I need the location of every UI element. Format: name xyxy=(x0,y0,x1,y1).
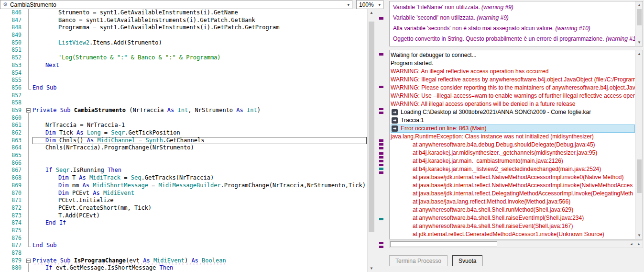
scrollbar-thumb[interactable] xyxy=(637,9,642,25)
scroll-down-icon[interactable]: ▼ xyxy=(636,39,643,46)
code-line[interactable]: 856End Sub xyxy=(0,84,367,92)
log-line[interactable]: Program started. xyxy=(391,59,635,68)
code-line[interactable]: 854 xyxy=(0,69,367,77)
warning-mark[interactable] xyxy=(379,160,383,162)
fold-collapse-icon[interactable] xyxy=(26,108,31,113)
goto-line-icon[interactable]: ➜ xyxy=(392,117,398,124)
code-line[interactable]: 861NrTraccia = NrTraccia-1 xyxy=(0,122,367,129)
member-selector[interactable]: ⚙ CambiaStrumento ▾ xyxy=(0,0,352,9)
warning-mark[interactable] xyxy=(379,112,383,114)
code-line[interactable]: 849 xyxy=(0,32,367,39)
warning-mark[interactable] xyxy=(379,147,383,149)
log-error-line[interactable]: at jdk.internal.reflect.GeneratedMethodA… xyxy=(391,230,635,238)
code-line[interactable]: 868Dim T As MidiTrack = Seq.GetTracks(Nr… xyxy=(0,174,367,182)
log-error-line[interactable]: at java.base/jdk.internal.reflect.Native… xyxy=(391,181,635,190)
code-line[interactable]: 859Private Sub CambiaStrumento (NrTracci… xyxy=(0,107,367,114)
log-link-line[interactable]: ➜Traccia:1 xyxy=(391,116,635,125)
log-error-line[interactable]: at anywheresoftware.b4a.debug.Debug.shou… xyxy=(391,141,635,149)
log-error-line[interactable]: at b4j.karaokej.jar.main._listview2_sele… xyxy=(391,165,635,173)
warning-item[interactable]: Alla variabile 'seconds' non è stato mai… xyxy=(390,23,635,34)
warning-mark[interactable] xyxy=(379,53,383,56)
log-error-line[interactable]: WARNING: Please consider reporting this … xyxy=(391,84,635,92)
code-line[interactable]: 858 xyxy=(0,99,367,107)
code-line[interactable]: 879Private Sub IsProgramChange(evt As Mi… xyxy=(0,257,367,265)
warning-mark[interactable] xyxy=(379,17,383,20)
log-line[interactable]: Waiting for debugger to connect... xyxy=(391,51,635,59)
warning-mark[interactable] xyxy=(379,143,383,146)
warning-mark[interactable] xyxy=(379,156,383,159)
code-line[interactable]: 877End Sub xyxy=(0,242,367,249)
zoom-selector[interactable]: 100% ▾ xyxy=(356,0,383,9)
log-error-line[interactable]: at java.base/jdk.internal.reflect.Native… xyxy=(391,173,635,181)
log-link-line[interactable]: ➜Error occurred on line: 863 (Main) xyxy=(391,125,635,133)
goto-line-icon[interactable]: ➜ xyxy=(392,109,398,115)
warning-item[interactable]: Variabile 'secondi' non utilizzata. (war… xyxy=(390,12,635,23)
code-line[interactable]: 869Dim mm As MidiShortMessage = MidiMess… xyxy=(0,182,367,190)
scrollbar-thumb[interactable] xyxy=(369,22,374,232)
log-error-line[interactable]: at java.base/jdk.internal.reflect.Delega… xyxy=(391,190,635,198)
code-line[interactable]: 857 xyxy=(0,92,367,100)
code-line[interactable]: 873T.Add(PCEvt) xyxy=(0,212,367,220)
scroll-left-icon[interactable]: ◄ xyxy=(628,241,635,248)
log-error-line[interactable]: java.lang.RuntimeException: Class instan… xyxy=(391,133,635,141)
code-line[interactable]: 847Banco = synt1.GetAvailableInstruments… xyxy=(0,17,367,24)
code-line[interactable]: 867If Seqr.IsRunning Then xyxy=(0,167,367,174)
log-error-line[interactable]: at b4j.karaokej.jar.main._cambiastrument… xyxy=(391,157,635,165)
scroll-right-icon[interactable]: ► xyxy=(635,241,643,248)
code-line[interactable]: 874End If xyxy=(0,219,367,227)
log-link-line[interactable]: ➜Loading C:\Desktop al 300ttobre2021\ANN… xyxy=(391,108,635,116)
code-editor[interactable]: 846Strumento = synt1.GetAvailableInstrum… xyxy=(0,9,367,272)
code-line[interactable]: 852'Log(Strumento & ":" & Banco & ":" & … xyxy=(0,54,367,62)
info-mark[interactable] xyxy=(379,218,383,220)
code-line[interactable]: 850ListView2.Items.Add(Strumento) xyxy=(0,39,367,47)
goto-line-icon[interactable]: ➜ xyxy=(392,125,398,132)
scroll-up-icon[interactable]: ▲ xyxy=(636,1,643,9)
scroll-down-icon[interactable]: ▼ xyxy=(368,265,375,272)
editor-vertical-scrollbar[interactable]: ▲ ▼ xyxy=(367,9,375,272)
warning-mark[interactable] xyxy=(379,164,383,166)
warning-mark[interactable] xyxy=(379,242,383,244)
warning-mark[interactable] xyxy=(379,86,383,88)
code-line[interactable]: 872PCEvt.CreateShort(mm, Tick) xyxy=(0,204,367,212)
code-line[interactable]: 876 xyxy=(0,235,367,242)
code-line[interactable]: 866 xyxy=(0,159,367,167)
terminate-process-button[interactable]: Termina Processo xyxy=(389,255,448,266)
scrollbar-thumb[interactable] xyxy=(390,241,497,247)
warnings-vertical-scrollbar[interactable]: ▲ ▼ xyxy=(635,1,643,46)
log-error-line[interactable]: WARNING: An illegal reflective access op… xyxy=(391,68,635,76)
log-error-line[interactable]: at anywheresoftware.b4a.shell.Shell.runM… xyxy=(391,206,635,214)
warning-mark[interactable] xyxy=(379,139,383,142)
code-line[interactable]: 871PCEvt.Initialize xyxy=(0,197,367,204)
logs-vertical-scrollbar[interactable]: ▲ ▼ xyxy=(635,50,643,239)
log-error-line[interactable]: WARNING: Illegal reflective access by an… xyxy=(391,76,635,84)
code-line[interactable]: 860 xyxy=(0,114,367,122)
info-mark[interactable] xyxy=(379,168,383,170)
code-line[interactable]: 880If evt.GetMessage.IsShortMessage Then xyxy=(0,264,367,272)
code-line[interactable]: 848Programma = synt1.GetAvailableInstrum… xyxy=(0,24,367,32)
warning-mark[interactable] xyxy=(379,171,383,174)
log-error-line[interactable]: at java.base/java.lang.reflect.Method.in… xyxy=(391,198,635,206)
log-error-line[interactable]: at anywheresoftware.b4a.shell.Shell.rais… xyxy=(391,222,635,230)
scroll-up-icon[interactable]: ▲ xyxy=(368,9,375,16)
code-line[interactable]: 864Chnls(NrTraccia).ProgramChange(NrStru… xyxy=(0,144,367,152)
code-line[interactable]: 855 xyxy=(0,77,367,84)
code-line[interactable]: 875 xyxy=(0,227,367,235)
clear-logs-button[interactable]: Svuota xyxy=(452,255,482,266)
log-error-line[interactable]: WARNING: All illegal access operations w… xyxy=(391,100,635,108)
code-line[interactable]: 853Next xyxy=(0,62,367,69)
code-line-current[interactable]: 863Dim Chnls() As MidiChannel = Synth.Ge… xyxy=(0,137,367,145)
warning-mark[interactable] xyxy=(379,246,383,248)
code-line[interactable]: 865 xyxy=(0,152,367,159)
code-line[interactable]: 851 xyxy=(0,46,367,54)
log-error-line[interactable]: at b4j.karaokej.jar.midisynthesizer._get… xyxy=(391,149,635,157)
code-line[interactable]: 862Dim Tick As Long = Seqr.GetTickPositi… xyxy=(0,129,367,137)
warning-mark[interactable] xyxy=(379,152,383,155)
fold-collapse-icon[interactable] xyxy=(26,259,31,263)
log-error-line[interactable]: WARNING: Use --illegal-access=warn to en… xyxy=(391,92,635,100)
code-line[interactable]: 878 xyxy=(0,249,367,257)
scrollbar-annotations[interactable] xyxy=(376,9,387,272)
warning-item[interactable]: Oggetto convertito in String. Questo pro… xyxy=(390,34,635,44)
logs-horizontal-scrollbar[interactable]: ◄ ► xyxy=(389,240,643,248)
scroll-up-icon[interactable]: ▲ xyxy=(636,50,643,57)
warning-item[interactable]: Variabile 'FileName' non utilizzata. (wa… xyxy=(390,2,635,12)
